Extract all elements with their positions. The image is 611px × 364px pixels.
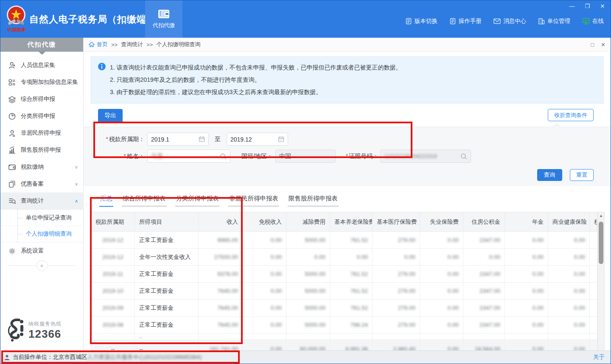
list-card-icon — [8, 78, 16, 86]
table-cell: 0.00 — [243, 317, 286, 333]
cell-value: 2019-10 — [102, 288, 123, 294]
current-unit-label: 当前操作单位： — [13, 353, 53, 361]
sidebar-item-综合所得申报[interactable]: 综合所得申报 — [0, 91, 83, 108]
breadcrumb-home[interactable]: 首页 — [89, 41, 108, 48]
sidebar-subitem-个人扣缴明细查询[interactable]: 个人扣缴明细查询 — [0, 226, 83, 242]
sidebar-item-label: 优惠备案 — [21, 180, 44, 188]
table-row[interactable]: 2019-08正常工资薪金7645.000.005000.00798.24279… — [91, 317, 597, 333]
sidebar-item-人员信息采集[interactable]: 人员信息采集 — [0, 57, 83, 74]
chevron-down-icon: ∨ — [75, 181, 78, 187]
cell-value: 2019-08 — [102, 322, 123, 328]
search-button[interactable]: 查询 — [537, 169, 562, 181]
header-menu-版本切换[interactable]: 版本切换 — [405, 17, 437, 25]
cell-value: 0.00 — [574, 254, 585, 260]
cell-value: 正常工资薪金 — [139, 288, 174, 294]
search-icon[interactable] — [460, 153, 467, 160]
breadcrumb-separator: >> — [111, 42, 118, 48]
sidebar-collapse-button[interactable]: « — [36, 260, 48, 271]
close-icon[interactable]: ✕ — [598, 2, 607, 10]
person-add-icon — [8, 61, 16, 69]
header-menu-在线[interactable]: 在线 — [582, 17, 604, 25]
sidebar-item-分类所得申报[interactable]: 分类所得申报 — [0, 108, 83, 125]
tab-汇总[interactable]: 汇总 — [99, 193, 113, 207]
table-row[interactable]: 2019-12全年一次性奖金收入27500.000.000.000.000.00… — [91, 249, 597, 266]
reset-button[interactable]: 重置 — [570, 169, 594, 181]
name-value: 马某 — [151, 153, 163, 160]
home-icon — [89, 42, 95, 47]
sidebar-item-优惠备案[interactable]: 优惠备案∨ — [0, 175, 83, 192]
name-input[interactable]: 马某 — [147, 150, 230, 163]
table-cell: 60,000.00 — [286, 340, 330, 351]
minimize-icon[interactable]: — — [567, 2, 577, 10]
restore-icon[interactable]: ❐ — [583, 2, 592, 10]
cell-value: 0.00 — [314, 254, 325, 260]
table-cell: 0.00 — [548, 266, 590, 283]
table-cell — [420, 333, 463, 340]
search-icon[interactable] — [220, 153, 227, 160]
breadcrumb-separator: >> — [146, 42, 153, 48]
cell-value: 7645.00 — [217, 305, 238, 311]
table-row[interactable]: 2019-12正常工资薪金9985.000.005000.00761.52279… — [91, 232, 597, 249]
cell-value: 279.00 — [398, 322, 415, 328]
cell-value: 60,000.00 — [300, 346, 325, 351]
cell-value: 0.00 — [448, 288, 459, 294]
sidebar-item-税款缴纳[interactable]: 税款缴纳∨ — [0, 158, 83, 175]
table-cell: 5000.00 — [286, 283, 330, 300]
vertical-scrollbar[interactable]: ▲ ▼ — [597, 212, 605, 350]
table-cell: 2347.00 — [463, 283, 505, 300]
tab-综合所得申报表[interactable]: 综合所得申报表 — [122, 193, 167, 207]
tab-daikoudaijiao[interactable]: 代扣代缴 — [145, 0, 182, 38]
table-row[interactable]: 2019-09正常工资薪金7645.000.005000.00761.52279… — [91, 300, 597, 317]
header-menu-操作手册[interactable]: 操作手册 — [449, 17, 482, 25]
sidebar-subitem-单位申报记录查询[interactable]: 单位申报记录查询 — [0, 210, 83, 226]
cell-value: 27500.00 — [214, 254, 238, 260]
period-from-input[interactable]: 2019.1 — [147, 133, 209, 146]
sidebar-item-系统设置[interactable]: 系统设置 — [0, 242, 83, 259]
column-header-减除费用: 减除费用 — [286, 212, 330, 232]
layers-icon — [8, 95, 16, 103]
cell-value: 2019-11 — [103, 271, 123, 277]
hotline-label: 纳税服务热线 — [28, 320, 62, 328]
notice-box: 1. 该查询统计表仅能查询已申报成功的数据，不包含未申报、申报失败，已申报但已作… — [90, 56, 604, 104]
cell-value: 279.00 — [398, 237, 415, 243]
cell-value: 正常工资薪金 — [139, 237, 174, 243]
period-to-input[interactable]: 2019.12 — [227, 133, 288, 146]
column-header-免税收入: 免税收入 — [243, 212, 286, 232]
about-link[interactable]: 关于 — [593, 353, 605, 361]
header-menu-label: 消息中心 — [503, 17, 526, 25]
sidebar-collapse-row: « — [7, 265, 76, 274]
frame-maximize-icon[interactable]: □ — [591, 42, 594, 48]
cell-value: 正常工资薪金 — [139, 271, 174, 277]
export-button[interactable]: 导出 — [98, 109, 123, 122]
sidebar-item-专项附加扣除信息采集[interactable]: 专项附加扣除信息采集 — [0, 74, 83, 91]
table-cell — [373, 333, 420, 340]
header-menu-消息中心[interactable]: 消息中心 — [493, 17, 526, 25]
to-label: 至 — [215, 136, 221, 143]
cell-value: 0.00 — [271, 288, 282, 294]
sidebar-item-查询统计[interactable]: 查询统计∧ — [0, 192, 83, 209]
tab-非居民所得申报表[interactable]: 非居民所得申报表 — [228, 193, 279, 207]
vertical-scroll-thumb[interactable] — [599, 222, 603, 264]
table-cell — [590, 266, 597, 283]
header-menu-单位管理[interactable]: 单位管理 — [538, 17, 570, 25]
scroll-up-icon[interactable]: ▲ — [598, 212, 604, 219]
sidebar-item-非居民所得申报[interactable]: 非居民所得申报 — [0, 125, 83, 142]
query-form: *税款所属期： 2019.1 至 2019.12 *姓名： 马某 国籍/地区： — [84, 127, 611, 186]
cell-value: 279.00 — [398, 271, 415, 277]
table-cell: 2,960.40 — [373, 340, 420, 351]
cell-value: 0.00 — [574, 271, 585, 277]
frame-close-icon[interactable]: ✕ — [601, 42, 605, 48]
wallet-outline-icon — [8, 163, 16, 171]
tab-分类所得申报表[interactable]: 分类所得申报表 — [175, 193, 220, 207]
collapse-query-button[interactable]: 收折查询条件 — [548, 109, 594, 121]
cell-value: .. — [139, 333, 142, 339]
sidebar-item-限售股所得申报[interactable]: 限售股所得申报 — [0, 142, 83, 158]
tab-限售股所得申报表[interactable]: 限售股所得申报表 — [288, 193, 339, 207]
table-row[interactable]: 2019-10正常工资薪金7645.000.005000.00761.52279… — [91, 283, 597, 300]
table-row[interactable]: 2019-11正常工资薪金9378.000.005000.00761.52279… — [91, 266, 597, 283]
cell-value: 0.00 — [448, 346, 459, 351]
monitor-check-icon — [582, 18, 590, 25]
cell-value: 5000.00 — [305, 322, 325, 328]
cell-value: -- — [139, 346, 143, 351]
table-cell: 5000.00 — [286, 232, 330, 249]
